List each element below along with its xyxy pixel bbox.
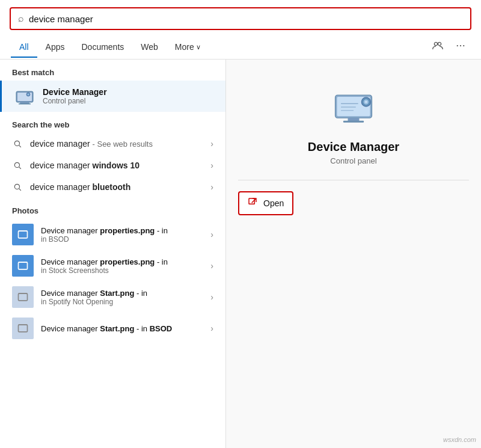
svg-rect-28 bbox=[343, 121, 364, 123]
photo-item-3[interactable]: Device manager Start.png - in BSOD › bbox=[0, 313, 225, 344]
main-layout: Best match Device Manager Control panel bbox=[0, 60, 481, 448]
search-icon: ⌕ bbox=[18, 13, 24, 24]
left-panel: Best match Device Manager Control panel bbox=[0, 60, 225, 448]
web-search-icon-0 bbox=[12, 138, 23, 149]
more-dots-btn[interactable] bbox=[451, 36, 470, 55]
photo-location-2: in Spotify Not Opening bbox=[41, 298, 210, 306]
tab-all[interactable]: All bbox=[11, 37, 37, 58]
photo-text-1: Device manager properties.png - in in St… bbox=[41, 257, 210, 275]
best-match-subtitle: Control panel bbox=[43, 97, 213, 105]
tab-web[interactable]: Web bbox=[132, 37, 167, 58]
people-icon-btn[interactable] bbox=[428, 36, 447, 55]
svg-rect-17 bbox=[19, 231, 28, 238]
photos-label: Photos bbox=[0, 198, 225, 219]
chevron-right-icon-1: › bbox=[210, 161, 213, 170]
web-item-2[interactable]: device manager bluetooth › bbox=[0, 176, 225, 198]
svg-rect-23 bbox=[19, 325, 28, 332]
photo-thumb-2 bbox=[12, 286, 34, 308]
photo-text-2: Device manager Start.png - in in Spotify… bbox=[41, 289, 210, 306]
tabs-right bbox=[428, 36, 470, 59]
photo-thumb-3 bbox=[12, 318, 34, 339]
svg-point-10 bbox=[28, 94, 29, 96]
svg-rect-19 bbox=[19, 262, 28, 269]
svg-point-31 bbox=[365, 101, 367, 103]
photo-text-3: Device manager Start.png - in BSOD bbox=[41, 324, 210, 333]
photo-thumb-1 bbox=[12, 255, 34, 277]
web-item-text-2: device manager bluetooth bbox=[30, 182, 210, 192]
web-search-icon-1 bbox=[12, 160, 23, 171]
right-panel-app-name: Device Manager bbox=[308, 140, 399, 154]
svg-line-36 bbox=[252, 198, 256, 203]
watermark: wsxdn.com bbox=[443, 436, 476, 443]
photo-location-1: in Stock Screenshots bbox=[41, 266, 210, 275]
search-web-label: Search the web bbox=[0, 112, 225, 133]
photo-item-2[interactable]: Device manager Start.png - in in Spotify… bbox=[0, 281, 225, 313]
chevron-down-icon: ∨ bbox=[196, 43, 201, 51]
open-external-icon bbox=[248, 197, 257, 209]
web-item-0[interactable]: device manager - See web results › bbox=[0, 133, 225, 155]
svg-line-14 bbox=[19, 167, 21, 169]
chevron-right-photo-1: › bbox=[210, 261, 213, 271]
tabs-row: All Apps Documents Web More ∨ bbox=[10, 36, 471, 59]
photo-item-0[interactable]: Device manager properties.png - in in BS… bbox=[0, 219, 225, 250]
photo-name-0: Device manager properties.png - in bbox=[41, 226, 210, 235]
search-bar: ⌕ bbox=[10, 7, 471, 30]
photo-item-1[interactable]: Device manager properties.png - in in St… bbox=[0, 250, 225, 281]
action-buttons: Open bbox=[238, 191, 469, 215]
best-match-title: Device Manager bbox=[43, 87, 213, 97]
svg-point-13 bbox=[14, 162, 19, 167]
svg-rect-8 bbox=[19, 103, 31, 105]
search-container: ⌕ All Apps Documents Web More ∨ bbox=[0, 0, 481, 60]
tab-more[interactable]: More ∨ bbox=[167, 37, 209, 58]
photo-name-3: Device manager Start.png - in BSOD bbox=[41, 324, 210, 333]
svg-rect-21 bbox=[19, 293, 28, 301]
photo-name-2: Device manager Start.png - in bbox=[41, 289, 210, 298]
chevron-right-photo-2: › bbox=[210, 292, 213, 302]
svg-point-0 bbox=[434, 42, 437, 45]
right-panel: Device Manager Control panel Open bbox=[225, 60, 481, 448]
photo-name-1: Device manager properties.png - in bbox=[41, 257, 210, 266]
svg-point-1 bbox=[438, 42, 441, 45]
right-panel-divider bbox=[238, 180, 469, 180]
chevron-right-icon-2: › bbox=[210, 182, 213, 192]
open-label: Open bbox=[263, 198, 284, 208]
best-match-text: Device Manager Control panel bbox=[43, 87, 213, 105]
web-item-text-0: device manager - See web results bbox=[30, 139, 210, 149]
svg-point-15 bbox=[14, 184, 19, 189]
right-panel-app-type: Control panel bbox=[330, 156, 376, 165]
chevron-right-photo-3: › bbox=[210, 324, 213, 333]
chevron-right-photo-0: › bbox=[210, 230, 213, 239]
best-match-label: Best match bbox=[0, 60, 225, 81]
device-manager-icon bbox=[14, 85, 35, 107]
web-search-icon-2 bbox=[12, 182, 23, 192]
chevron-right-icon-0: › bbox=[210, 139, 213, 149]
app-icon-large bbox=[329, 84, 378, 132]
svg-line-12 bbox=[19, 146, 21, 147]
open-button[interactable]: Open bbox=[238, 191, 293, 215]
svg-point-2 bbox=[457, 45, 458, 46]
svg-line-16 bbox=[19, 189, 21, 191]
photo-thumb-0 bbox=[12, 224, 34, 245]
photo-location-0: in BSOD bbox=[41, 235, 210, 244]
best-match-item[interactable]: Device Manager Control panel bbox=[0, 81, 225, 112]
svg-point-11 bbox=[14, 141, 19, 146]
search-input[interactable] bbox=[29, 14, 463, 24]
svg-point-4 bbox=[463, 45, 464, 46]
svg-rect-7 bbox=[20, 102, 29, 103]
photo-text-0: Device manager properties.png - in in BS… bbox=[41, 226, 210, 244]
web-item-1[interactable]: device manager windows 10 › bbox=[0, 155, 225, 176]
tab-documents[interactable]: Documents bbox=[73, 37, 132, 58]
tab-apps[interactable]: Apps bbox=[37, 37, 73, 58]
web-item-text-1: device manager windows 10 bbox=[30, 161, 210, 170]
svg-point-3 bbox=[460, 45, 461, 46]
